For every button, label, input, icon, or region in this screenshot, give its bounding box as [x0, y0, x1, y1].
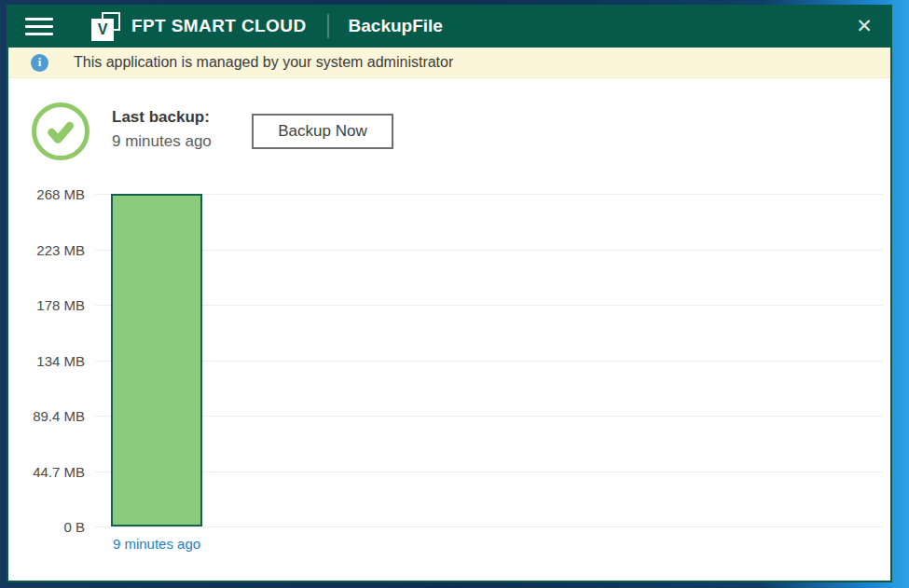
gridline — [95, 526, 883, 527]
gridline — [95, 305, 883, 306]
backup-app-window: V FPT SMART CLOUD BackupFile ✕ i This ap… — [7, 5, 892, 582]
last-backup-value: 9 minutes ago — [112, 130, 212, 154]
admin-notice-text: This application is managed by your syst… — [74, 54, 453, 71]
y-axis-tick-label: 223 MB — [18, 241, 85, 257]
menu-icon[interactable] — [25, 18, 53, 35]
admin-notice-bar: i This application is managed by your sy… — [8, 48, 890, 78]
close-icon[interactable]: ✕ — [849, 11, 879, 41]
title-bar: V FPT SMART CLOUD BackupFile ✕ — [8, 5, 890, 48]
x-axis-category-label[interactable]: 9 minutes ago — [110, 534, 203, 554]
info-icon: i — [31, 54, 48, 72]
gridline — [95, 416, 883, 417]
y-axis-tick-label: 134 MB — [18, 352, 85, 368]
last-backup-status: Last backup: 9 minutes ago — [112, 105, 212, 154]
y-axis-tick-label: 0 B — [18, 519, 85, 535]
gridline — [95, 472, 883, 472]
backup-size-chart: 268 MB223 MB178 MB134 MB89.4 MB44.7 MB0 … — [8, 194, 890, 526]
y-axis-tick-label: 44.7 MB — [18, 463, 85, 479]
logo-letter: V — [91, 19, 114, 41]
app-title: BackupFile — [349, 16, 443, 36]
veeam-logo-icon: V — [91, 12, 120, 41]
backup-size-bar[interactable] — [111, 194, 202, 526]
y-axis-tick-label: 89.4 MB — [18, 408, 85, 424]
title-divider — [327, 14, 329, 38]
backup-now-button[interactable]: Backup Now — [252, 114, 393, 149]
gridline — [95, 194, 883, 195]
gridline — [95, 361, 883, 362]
y-axis-tick-label: 268 MB — [18, 186, 85, 202]
desktop-background: V FPT SMART CLOUD BackupFile ✕ i This ap… — [0, 0, 909, 588]
gridline — [95, 250, 883, 251]
success-check-icon — [32, 103, 90, 160]
y-axis-tick-label: 178 MB — [18, 297, 85, 313]
brand-name: FPT SMART CLOUD — [131, 16, 307, 36]
last-backup-label: Last backup: — [112, 105, 212, 130]
